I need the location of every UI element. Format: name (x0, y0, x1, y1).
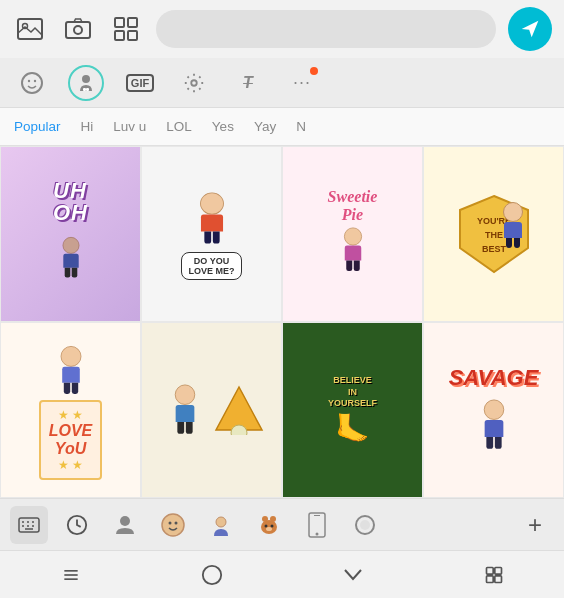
recent-button[interactable] (58, 506, 96, 544)
sticker-nacho[interactable] (141, 322, 282, 498)
sticker-uhoh[interactable]: UHOH (0, 146, 141, 322)
tab-hi[interactable]: Hi (81, 119, 94, 134)
avatar-button-1[interactable] (106, 506, 144, 544)
svg-point-45 (360, 520, 370, 530)
tab-yay[interactable]: Yay (254, 119, 276, 134)
svg-rect-2 (66, 22, 90, 38)
tab-luvu[interactable]: Luv u (113, 119, 146, 134)
svg-rect-13 (86, 88, 89, 91)
navigation-bar (0, 550, 564, 598)
star-decoration-bottom: ★ ★ (49, 458, 93, 472)
notification-badge (310, 67, 318, 75)
svg-point-39 (271, 524, 274, 527)
top-bar (0, 0, 564, 58)
svg-rect-6 (115, 31, 124, 40)
uhoh-text: UHOH (53, 180, 88, 224)
grid-icon[interactable] (108, 11, 144, 47)
add-button[interactable]: + (516, 506, 554, 544)
svg-point-31 (162, 514, 184, 536)
svg-point-37 (270, 516, 276, 522)
speechbubble-text: DO YOULOVE ME? (181, 252, 241, 280)
more-options-button[interactable]: ··· (284, 65, 320, 101)
svg-marker-19 (216, 387, 262, 430)
bitmoji-icon-button[interactable] (202, 506, 240, 544)
svg-point-9 (28, 79, 30, 81)
svg-rect-5 (128, 18, 137, 27)
keyboard-button[interactable] (10, 506, 48, 544)
svg-rect-53 (494, 575, 501, 582)
svg-point-33 (175, 521, 178, 524)
sticker-believe-in-yourself[interactable]: BELIEVEINYOURSELF 🦶 (282, 322, 423, 498)
svg-rect-12 (83, 88, 86, 91)
bigfoot-icon: 🦶 (335, 412, 370, 445)
svg-point-30 (120, 516, 130, 526)
believe-text: BELIEVEINYOURSELF (328, 375, 377, 410)
svg-point-10 (34, 79, 36, 81)
avatar-button-2[interactable] (154, 506, 192, 544)
nav-apps-button[interactable] (454, 551, 534, 598)
sweetiepie-text: SweetiePie (328, 188, 378, 223)
svg-point-42 (316, 532, 319, 535)
nav-recents-button[interactable] (313, 551, 393, 598)
tab-n[interactable]: N (296, 119, 306, 134)
svg-point-11 (82, 75, 90, 83)
message-input[interactable] (156, 10, 496, 48)
text-style-button[interactable]: T (230, 65, 266, 101)
savage-text: SAVAGE (449, 365, 539, 391)
svg-rect-7 (128, 31, 137, 40)
sticker-grid: UHOH (0, 146, 564, 498)
device-button[interactable] (298, 506, 336, 544)
settings-button[interactable] (176, 65, 212, 101)
svg-rect-21 (19, 518, 39, 532)
gif-label: GIF (126, 74, 154, 92)
nav-back-button[interactable] (31, 551, 111, 598)
emoji-button[interactable] (14, 65, 50, 101)
svg-rect-50 (486, 567, 493, 574)
tab-lol[interactable]: LOL (166, 119, 192, 134)
nav-home-button[interactable] (172, 551, 252, 598)
animal-button[interactable] (250, 506, 288, 544)
loveyou-text: LOVEYoU (49, 422, 93, 457)
sticker-sweetie-pie[interactable]: SweetiePie (282, 146, 423, 322)
send-button[interactable] (508, 7, 552, 51)
sticker-youre-the-best[interactable]: YOU'RE THE BEST (423, 146, 564, 322)
svg-rect-4 (115, 18, 124, 27)
svg-rect-51 (494, 567, 501, 574)
svg-point-14 (191, 80, 197, 86)
bitmoji-button[interactable] (68, 65, 104, 101)
svg-point-36 (262, 516, 268, 522)
svg-point-49 (202, 565, 220, 583)
svg-point-8 (22, 73, 42, 93)
svg-point-3 (74, 26, 82, 34)
category-tabs: Popular Hi Luv u LOL Yes Yay N (0, 108, 564, 146)
tab-yes[interactable]: Yes (212, 119, 234, 134)
camera-icon[interactable] (60, 11, 96, 47)
svg-point-40 (266, 527, 272, 531)
svg-point-32 (169, 521, 172, 524)
circle-button[interactable] (346, 506, 384, 544)
svg-rect-52 (486, 575, 493, 582)
sticker-savage[interactable]: SAVAGE (423, 322, 564, 498)
sticker-love-you[interactable]: ★ ★ LOVEYoU ★ ★ (0, 322, 141, 498)
star-decoration: ★ ★ (49, 408, 93, 422)
emoji-toolbar: GIF T ··· (0, 58, 564, 108)
gif-button[interactable]: GIF (122, 65, 158, 101)
svg-point-38 (265, 524, 268, 527)
bottom-icon-bar: + (0, 498, 564, 550)
sticker-do-you-love-me[interactable]: DO YOULOVE ME? (141, 146, 282, 322)
svg-point-34 (216, 517, 226, 527)
image-icon[interactable] (12, 11, 48, 47)
tab-popular[interactable]: Popular (14, 119, 61, 134)
